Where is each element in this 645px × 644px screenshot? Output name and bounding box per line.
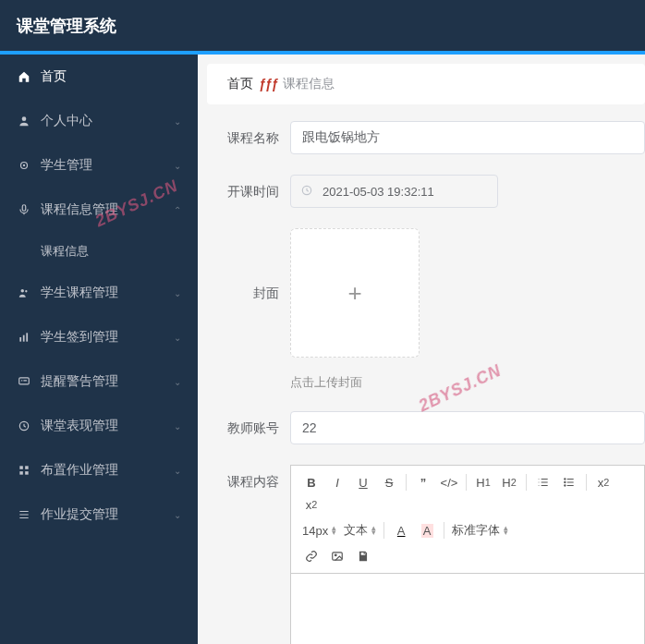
font-size-select[interactable]: 14px ▴▾ <box>298 519 340 541</box>
editor-body[interactable] <box>290 574 645 644</box>
sidebar-item-performance[interactable]: 课堂表现管理 ⌄ <box>0 404 198 448</box>
chevron-down-icon: ⌄ <box>174 161 181 171</box>
sidebar-item-assign-hw[interactable]: 布置作业管理 ⌄ <box>0 448 198 492</box>
svg-rect-14 <box>25 471 29 475</box>
svg-point-17 <box>565 481 566 482</box>
chevron-down-icon: ⌄ <box>174 377 181 387</box>
sidebar-subitem-label: 课程信息 <box>41 243 89 260</box>
home-icon <box>17 69 31 84</box>
font-family-value: 标准字体 <box>452 522 500 539</box>
sidebar-item-label: 提醒警告管理 <box>41 373 174 390</box>
sidebar-item-label: 课堂表现管理 <box>41 418 174 434</box>
image-button[interactable] <box>324 545 350 567</box>
subscript-button[interactable]: x2 <box>590 471 616 493</box>
plus-icon: + <box>347 279 361 308</box>
svg-point-20 <box>335 554 336 556</box>
breadcrumb-separator-icon: ƒƒƒ <box>259 77 277 91</box>
toolbar-separator <box>406 474 407 491</box>
sidebar-item-signin[interactable]: 学生签到管理 ⌄ <box>0 315 198 359</box>
user-icon <box>17 114 31 128</box>
cover-upload[interactable]: + <box>290 228 420 358</box>
sidebar-item-submit-hw[interactable]: 作业提交管理 ⌄ <box>0 492 198 537</box>
quote-button[interactable]: ” <box>410 471 436 493</box>
breadcrumb-home[interactable]: 首页 <box>227 76 253 92</box>
course-name-label: 课程名称 <box>207 121 290 154</box>
chevron-down-icon: ⌄ <box>174 116 181 127</box>
app-header: 课堂管理系统 <box>0 0 645 51</box>
sidebar-item-label: 课程信息管理 <box>41 201 174 218</box>
sidebar-item-label: 作业提交管理 <box>41 506 174 523</box>
content-label: 课程内容 <box>207 465 290 498</box>
ol-button[interactable] <box>530 471 556 493</box>
block-select[interactable]: 文本 ▴▾ <box>340 519 380 541</box>
message-icon <box>17 374 31 389</box>
link-button[interactable] <box>298 545 324 567</box>
sidebar-item-label: 学生课程管理 <box>41 285 174 301</box>
svg-point-5 <box>25 290 27 292</box>
chevron-down-icon: ⌄ <box>174 288 181 298</box>
strike-button[interactable]: S <box>376 471 402 493</box>
breadcrumb: 首页 ƒƒƒ 课程信息 <box>207 64 645 104</box>
sidebar-item-label: 布置作业管理 <box>41 462 174 479</box>
users-icon <box>17 286 31 300</box>
h1-button[interactable]: H1 <box>470 471 496 493</box>
bars-icon <box>17 330 31 345</box>
chevron-down-icon: ⌄ <box>174 421 181 431</box>
toolbar-separator <box>526 474 527 491</box>
sidebar: 首页 个人中心 ⌄ 学生管理 ⌄ 课程信息管理 ⌃ 课程信息 学生课程管理 ⌄ <box>0 55 198 644</box>
svg-rect-6 <box>19 337 21 342</box>
sidebar-item-student[interactable]: 学生管理 ⌄ <box>0 143 198 188</box>
font-family-select[interactable]: 标准字体 ▴▾ <box>448 519 512 541</box>
select-arrows-icon: ▴▾ <box>332 526 336 535</box>
type-icon <box>17 158 31 173</box>
start-time-value: 2021-05-03 19:32:11 <box>322 185 434 199</box>
svg-rect-7 <box>23 335 25 342</box>
svg-point-4 <box>21 289 25 293</box>
save-button[interactable] <box>350 545 376 567</box>
sidebar-item-label: 学生管理 <box>41 157 174 174</box>
mic-icon <box>17 202 31 217</box>
svg-point-16 <box>565 479 566 480</box>
sidebar-item-personal[interactable]: 个人中心 ⌄ <box>0 99 198 143</box>
code-button[interactable]: </> <box>436 471 462 493</box>
app-title: 课堂管理系统 <box>17 15 116 37</box>
italic-button[interactable]: I <box>324 471 350 493</box>
ul-button[interactable] <box>556 471 582 493</box>
teacher-input[interactable] <box>290 411 645 444</box>
svg-rect-11 <box>19 466 23 469</box>
sidebar-item-student-course[interactable]: 学生课程管理 ⌄ <box>0 271 198 315</box>
sidebar-item-course-info[interactable]: 课程信息管理 ⌃ <box>0 188 198 232</box>
toolbar-separator <box>444 522 444 539</box>
underline-button[interactable]: U <box>350 471 376 493</box>
select-arrows-icon: ▴▾ <box>504 526 508 535</box>
cover-label: 封面 <box>207 228 290 358</box>
clock-icon <box>17 419 31 433</box>
svg-rect-12 <box>25 466 29 469</box>
chevron-down-icon: ⌄ <box>174 510 181 520</box>
superscript-button[interactable]: x2 <box>298 493 324 516</box>
bg-color-button[interactable]: A <box>414 519 440 541</box>
chevron-down-icon: ⌄ <box>174 466 181 476</box>
sidebar-item-alert[interactable]: 提醒警告管理 ⌄ <box>0 359 198 404</box>
cover-upload-hint: 点击上传封面 <box>290 374 645 391</box>
start-time-label: 开课时间 <box>207 175 290 208</box>
chevron-down-icon: ⌄ <box>174 333 181 343</box>
chevron-up-icon: ⌃ <box>174 205 181 215</box>
grid-icon <box>17 463 31 478</box>
toolbar-separator <box>466 474 467 491</box>
sidebar-subitem-course-info[interactable]: 课程信息 <box>0 232 198 271</box>
h2-button[interactable]: H2 <box>496 471 522 493</box>
bold-button[interactable]: B <box>298 471 324 493</box>
block-value: 文本 <box>344 522 368 539</box>
font-color-button[interactable]: A <box>388 519 414 541</box>
sidebar-item-label: 学生签到管理 <box>41 329 174 346</box>
clock-icon <box>300 184 313 200</box>
teacher-label: 教师账号 <box>207 411 290 444</box>
breadcrumb-current: 课程信息 <box>283 76 335 92</box>
course-name-input[interactable] <box>290 121 645 154</box>
start-time-input[interactable]: 2021-05-03 19:32:11 <box>290 175 498 208</box>
svg-rect-8 <box>26 333 28 341</box>
sidebar-item-home[interactable]: 首页 <box>0 55 198 99</box>
sidebar-item-label: 首页 <box>41 68 181 85</box>
editor-toolbar: B I U S ” </> H1 H2 <box>290 465 645 574</box>
